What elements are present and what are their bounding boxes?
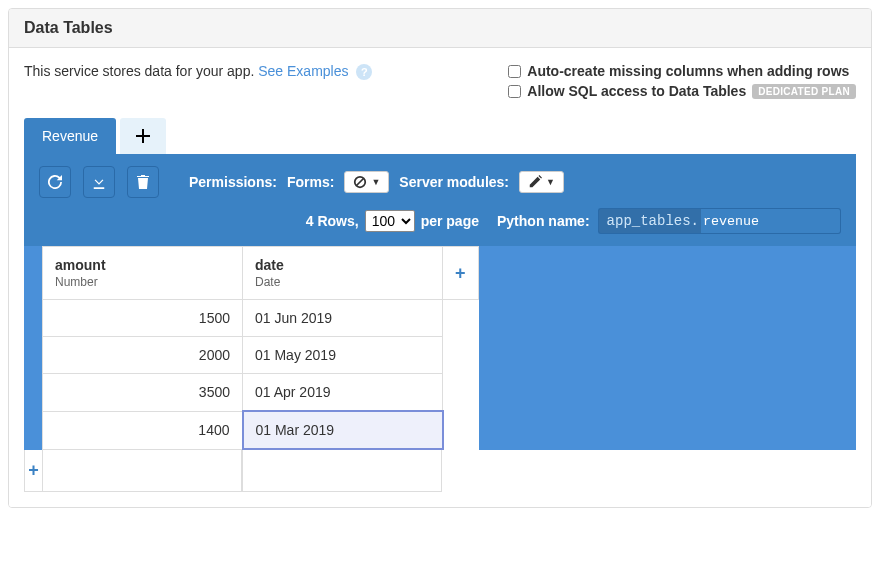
rows-info: 4 Rows, 102550100 per page [306, 210, 479, 232]
cell-amount[interactable]: 1400 [43, 411, 243, 449]
description-text: This service stores data for your app. [24, 63, 254, 79]
refresh-icon [48, 175, 62, 189]
cell-date[interactable]: 01 Mar 2019 [243, 411, 443, 449]
help-icon[interactable]: ? [356, 64, 372, 80]
panel-body: This service stores data for your app. S… [9, 48, 871, 507]
add-row-area: + [24, 450, 856, 492]
column-name: amount [55, 257, 106, 273]
autocreate-label: Auto-create missing columns when adding … [527, 63, 849, 79]
dedicated-plan-badge: DEDICATED PLAN [752, 84, 856, 99]
data-grid: amount Number date Date + 1 [42, 246, 479, 450]
column-type: Number [55, 275, 230, 289]
download-button[interactable] [83, 166, 115, 198]
delete-button[interactable] [127, 166, 159, 198]
cell-amount[interactable]: 3500 [43, 374, 243, 412]
new-row-cell[interactable] [42, 450, 242, 492]
forms-permission-button[interactable]: ▼ [344, 171, 389, 193]
trash-icon [137, 175, 149, 189]
spacer [443, 300, 479, 450]
sql-access-option[interactable]: Allow SQL access to Data Tables DEDICATE… [508, 83, 856, 99]
refresh-button[interactable] [39, 166, 71, 198]
table-row: 350001 Apr 2019 [43, 374, 479, 412]
python-name-label: Python name: [497, 213, 590, 229]
page-size-select[interactable]: 102550100 [365, 210, 415, 232]
python-name-group: Python name: app_tables. [497, 208, 841, 234]
column-header-date[interactable]: date Date [243, 247, 443, 300]
new-row-cell[interactable] [242, 450, 442, 492]
server-modules-label: Server modules: [399, 174, 509, 190]
sql-access-label: Allow SQL access to Data Tables [527, 83, 746, 99]
description: This service stores data for your app. S… [24, 63, 372, 80]
cell-date[interactable]: 01 Apr 2019 [243, 374, 443, 412]
caret-down-icon: ▼ [371, 177, 380, 187]
python-prefix: app_tables. [598, 208, 701, 234]
column-type: Date [255, 275, 430, 289]
forms-label: Forms: [287, 174, 334, 190]
download-icon [92, 175, 106, 189]
cell-amount[interactable]: 1500 [43, 300, 243, 337]
per-page-label: per page [421, 213, 479, 229]
add-row-button[interactable]: + [24, 450, 42, 492]
table-row: 140001 Mar 2019 [43, 411, 479, 449]
cell-date[interactable]: 01 Jun 2019 [243, 300, 443, 337]
rows-count: 4 Rows, [306, 213, 359, 229]
toolbar-buttons [39, 166, 159, 198]
plus-icon: + [28, 460, 39, 481]
left-gutter [24, 246, 42, 450]
top-row: This service stores data for your app. S… [24, 63, 856, 103]
column-name: date [255, 257, 284, 273]
autocreate-option[interactable]: Auto-create missing columns when adding … [508, 63, 856, 79]
svg-line-1 [357, 179, 364, 186]
grid-wrap: amount Number date Date + 1 [24, 246, 856, 450]
autocreate-checkbox[interactable] [508, 65, 521, 78]
caret-down-icon: ▼ [546, 177, 555, 187]
tab-revenue[interactable]: Revenue [24, 118, 116, 154]
tabs: Revenue [24, 118, 856, 154]
server-permission-button[interactable]: ▼ [519, 171, 564, 193]
add-column-button[interactable]: + [443, 247, 479, 300]
see-examples-link[interactable]: See Examples [258, 63, 348, 79]
table-row: 150001 Jun 2019 [43, 300, 479, 337]
panel-header: Data Tables [9, 9, 871, 48]
table-row: 200001 May 2019 [43, 337, 479, 374]
column-header-amount[interactable]: amount Number [43, 247, 243, 300]
table-toolbar: Permissions: Forms: ▼ Server modules: ▼ … [24, 154, 856, 246]
options: Auto-create missing columns when adding … [508, 63, 856, 103]
sql-access-checkbox[interactable] [508, 85, 521, 98]
permissions-group: Permissions: Forms: ▼ Server modules: ▼ [189, 171, 564, 193]
python-name-input[interactable] [701, 208, 841, 234]
no-access-icon [353, 175, 367, 189]
cell-date[interactable]: 01 May 2019 [243, 337, 443, 374]
data-tables-panel: Data Tables This service stores data for… [8, 8, 872, 508]
permissions-label: Permissions: [189, 174, 277, 190]
add-table-button[interactable] [120, 118, 166, 154]
cell-amount[interactable]: 2000 [43, 337, 243, 374]
pencil-icon [528, 175, 542, 189]
panel-title: Data Tables [24, 19, 856, 37]
plus-icon: + [455, 263, 466, 283]
plus-icon [136, 129, 150, 143]
